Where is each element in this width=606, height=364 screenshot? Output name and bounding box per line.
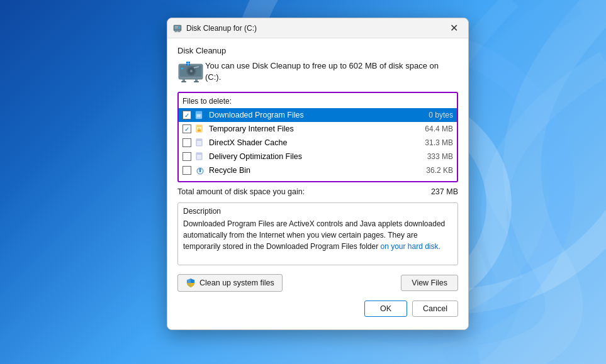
file-icon-downloaded bbox=[195, 110, 205, 120]
svg-rect-6 bbox=[175, 26, 178, 27]
file-icon-directx bbox=[195, 138, 205, 148]
total-label: Total amount of disk space you gain: bbox=[177, 187, 305, 196]
title-bar-title: Disk Cleanup for (C:) bbox=[186, 24, 439, 33]
file-item-delivery[interactable]: Delivery Optimization Files 333 MB bbox=[179, 150, 457, 163]
cleanup-btn-label: Clean up system files bbox=[199, 279, 274, 287]
files-to-delete-box: Files to delete: ✓ Downloaded Program Fi… bbox=[177, 92, 458, 182]
file-list: ✓ Downloaded Program Files 0 bytes ✓ bbox=[179, 108, 457, 177]
hdd-icon bbox=[177, 60, 205, 84]
disk-cleanup-dialog: Disk Cleanup for (C:) ✕ Disk Cleanup bbox=[167, 18, 469, 330]
svg-rect-4 bbox=[174, 31, 181, 32]
file-size-delivery: 333 MB bbox=[418, 152, 453, 161]
checkbox-downloaded[interactable]: ✓ bbox=[182, 111, 191, 119]
total-row: Total amount of disk space you gain: 237… bbox=[177, 187, 458, 196]
dialog-content: Disk Cleanup bbox=[167, 38, 468, 329]
svg-rect-14 bbox=[181, 68, 183, 69]
svg-rect-18 bbox=[194, 81, 199, 82]
shield-icon bbox=[186, 278, 196, 288]
file-size-recycle: 36.2 KB bbox=[418, 166, 453, 175]
cleanup-system-files-button[interactable]: Clean up system files bbox=[177, 274, 283, 292]
description-label: Description bbox=[183, 207, 452, 216]
svg-point-5 bbox=[179, 26, 180, 28]
svg-rect-30 bbox=[197, 140, 201, 141]
info-text-2: (C:). bbox=[205, 72, 221, 82]
svg-rect-27 bbox=[197, 126, 201, 127]
file-icon-temp-internet bbox=[195, 124, 205, 134]
file-item-temp-internet[interactable]: ✓ Temporary Internet Files 64.4 MB bbox=[179, 122, 457, 136]
file-name-temp-internet: Temporary Internet Files bbox=[209, 124, 413, 133]
file-item-directx[interactable]: DirectX Shader Cache 31.3 MB bbox=[179, 136, 457, 150]
section-label: Disk Cleanup bbox=[177, 46, 458, 55]
checkbox-directx[interactable] bbox=[182, 138, 191, 147]
file-name-recycle: Recycle Bin bbox=[209, 166, 413, 175]
file-icon-recycle bbox=[195, 165, 205, 175]
cancel-button[interactable]: Cancel bbox=[412, 301, 458, 317]
svg-point-34 bbox=[199, 170, 201, 172]
svg-rect-17 bbox=[181, 81, 186, 82]
ok-cancel-row: OK Cancel bbox=[177, 301, 458, 319]
checkbox-delivery[interactable] bbox=[182, 152, 191, 161]
files-box-label: Files to delete: bbox=[179, 97, 457, 108]
file-item-downloaded[interactable]: ✓ Downloaded Program Files 0 bytes bbox=[179, 108, 457, 122]
description-link: on your hard disk. bbox=[380, 242, 440, 251]
ok-button[interactable]: OK bbox=[364, 301, 407, 317]
file-name-downloaded: Downloaded Program Files bbox=[209, 111, 413, 119]
file-size-downloaded: 0 bytes bbox=[418, 111, 453, 119]
info-row: You can use Disk Cleanup to free up to 6… bbox=[177, 60, 458, 84]
file-icon-delivery bbox=[195, 152, 205, 162]
total-value: 237 MB bbox=[431, 187, 458, 196]
file-name-delivery: Delivery Optimization Files bbox=[209, 152, 413, 161]
title-bar: Disk Cleanup for (C:) ✕ bbox=[167, 18, 468, 38]
svg-rect-7 bbox=[175, 28, 177, 28]
description-text: Downloaded Program Files are ActiveX con… bbox=[183, 218, 452, 252]
svg-rect-32 bbox=[197, 153, 201, 155]
close-button[interactable]: ✕ bbox=[439, 18, 468, 38]
svg-rect-28 bbox=[198, 130, 201, 131]
title-bar-icon bbox=[172, 23, 182, 33]
svg-rect-23 bbox=[196, 111, 202, 114]
file-size-directx: 31.3 MB bbox=[418, 138, 453, 147]
action-buttons-row: Clean up system files View Files bbox=[177, 274, 458, 292]
checkbox-temp-internet[interactable]: ✓ bbox=[182, 124, 191, 133]
info-text-block: You can use Disk Cleanup to free up to 6… bbox=[205, 60, 439, 83]
file-name-directx: DirectX Shader Cache bbox=[209, 138, 413, 147]
view-files-button[interactable]: View Files bbox=[401, 275, 458, 291]
description-box: Description Downloaded Program Files are… bbox=[177, 202, 458, 265]
checkbox-recycle[interactable] bbox=[182, 166, 191, 175]
file-size-temp-internet: 64.4 MB bbox=[418, 124, 453, 133]
svg-point-12 bbox=[190, 70, 193, 72]
info-text-1: You can use Disk Cleanup to free up to 6… bbox=[205, 61, 439, 70]
file-item-recycle[interactable]: Recycle Bin 36.2 KB bbox=[179, 163, 457, 177]
